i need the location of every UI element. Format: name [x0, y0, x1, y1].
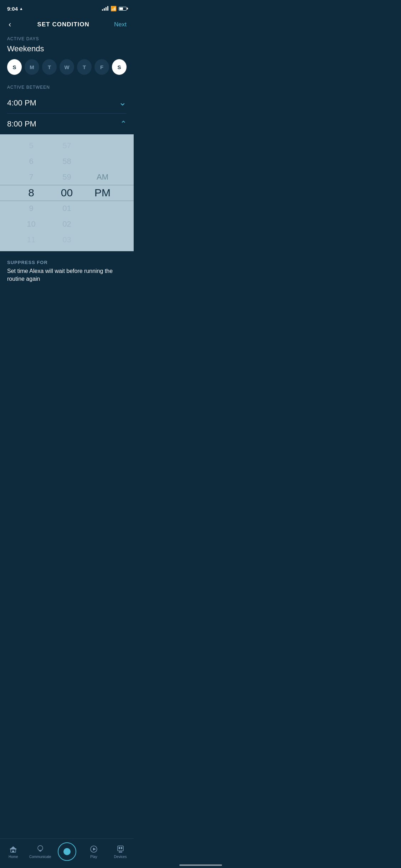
minute-item[interactable]: 02 — [49, 216, 85, 232]
status-time: 9:04 ▲ — [7, 6, 23, 12]
battery-icon — [119, 7, 127, 11]
status-bar: 9:04 ▲ 📶 — [0, 0, 134, 16]
start-time-value: 4:00 PM — [7, 98, 36, 108]
time-display: 9:04 — [7, 6, 18, 12]
day-circle-4[interactable]: T — [77, 59, 92, 75]
day-circle-0[interactable]: S — [7, 59, 22, 75]
minute-item-selected[interactable]: 00 — [49, 185, 85, 201]
start-time-chevron-down-icon — [119, 99, 127, 107]
minutes-column[interactable]: 57 58 59 00 01 02 03 — [49, 138, 85, 248]
minute-item[interactable]: 58 — [49, 154, 85, 169]
wifi-icon: 📶 — [110, 6, 117, 11]
end-time-value: 8:00 PM — [7, 119, 36, 129]
start-time-row[interactable]: 4:00 PM — [7, 93, 127, 114]
day-circle-2[interactable]: T — [42, 59, 57, 75]
active-days-label: ACTIVE DAYS — [7, 36, 127, 41]
hour-item-selected[interactable]: 8 — [14, 185, 49, 201]
day-circle-6[interactable]: S — [112, 59, 127, 75]
picker-inner: 5 6 7 8 9 10 11 57 58 59 00 01 02 03 AM … — [0, 134, 134, 251]
ampm-column[interactable]: AM PM — [85, 138, 120, 248]
day-circle-3[interactable]: W — [60, 59, 74, 75]
suppress-section: SUPPRESS FOR Set time Alexa will wait be… — [0, 251, 134, 290]
minute-item[interactable]: 59 — [49, 169, 85, 185]
active-between-label: ACTIVE BETWEEN — [7, 85, 127, 90]
page-title: SET CONDITION — [37, 21, 89, 28]
next-button[interactable]: Next — [114, 21, 127, 28]
end-time-row[interactable]: 8:00 PM — [7, 114, 127, 134]
hours-column[interactable]: 5 6 7 8 9 10 11 — [14, 138, 49, 248]
header: ‹ SET CONDITION Next — [0, 16, 134, 36]
location-icon: ▲ — [19, 6, 23, 11]
hour-item[interactable]: 10 — [14, 216, 49, 232]
minute-item[interactable]: 01 — [49, 201, 85, 216]
am-item[interactable]: AM — [97, 169, 108, 185]
time-picker[interactable]: 5 6 7 8 9 10 11 57 58 59 00 01 02 03 AM … — [0, 134, 134, 251]
back-button[interactable]: ‹ — [7, 19, 12, 31]
day-circle-1[interactable]: M — [25, 59, 39, 75]
status-icons: 📶 — [102, 6, 127, 11]
pm-item-selected[interactable]: PM — [94, 185, 110, 201]
hour-item[interactable]: 6 — [14, 154, 49, 169]
hour-item[interactable]: 9 — [14, 201, 49, 216]
hour-item[interactable]: 5 — [14, 138, 49, 154]
suppress-title: SUPPRESS FOR — [7, 260, 127, 265]
days-selector: SMTWTFS — [7, 59, 127, 75]
day-circle-5[interactable]: F — [94, 59, 109, 75]
hour-item[interactable]: 11 — [14, 232, 49, 248]
end-time-chevron-up-icon — [120, 119, 127, 129]
hour-item[interactable]: 7 — [14, 169, 49, 185]
main-content: ACTIVE DAYS Weekends SMTWTFS ACTIVE BETW… — [0, 36, 134, 134]
minute-item[interactable]: 03 — [49, 232, 85, 248]
signal-icon — [102, 6, 108, 11]
active-days-value: Weekends — [7, 44, 127, 53]
minute-item[interactable]: 57 — [49, 138, 85, 154]
suppress-description: Set time Alexa will wait before running … — [7, 267, 127, 283]
